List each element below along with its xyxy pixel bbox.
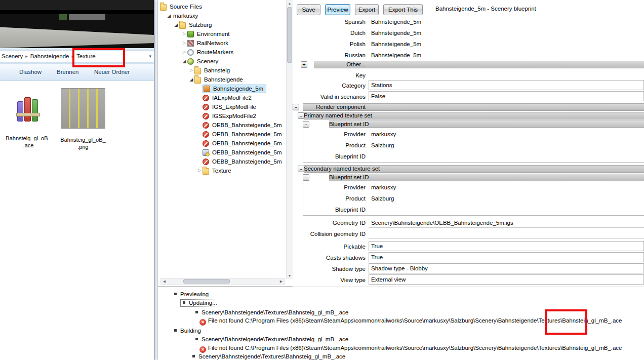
chevron-expanded-icon[interactable]: ◢ bbox=[166, 13, 172, 19]
field-value[interactable]: Bahnsteigende_5m bbox=[371, 17, 421, 27]
tree-item-bahnsteig[interactable]: ▷ Bahnsteig bbox=[158, 66, 286, 75]
field-label: Blueprint ID bbox=[293, 205, 366, 215]
breadcrumb-separator-icon: ▸ bbox=[24, 51, 29, 62]
field-label: Valid in scenarios bbox=[293, 91, 366, 102]
tree-item-scenery[interactable]: ◢ Scenery bbox=[158, 57, 286, 66]
breadcrumb-item-scenery[interactable]: Scenery bbox=[0, 51, 24, 62]
tree-item-iaexpmodfile2[interactable]: IAExpModFile2 bbox=[158, 93, 286, 102]
field-geometry-id: Geometry ID Scenery\Bahnsteigende\OEBB_B… bbox=[293, 218, 644, 228]
file-item-png[interactable]: Bahnsteig_gl_oB_ .png bbox=[57, 86, 109, 154]
tree-item-label: OEBB_Bahnsteigende_5m bbox=[211, 122, 283, 128]
other-label: Other... bbox=[314, 61, 366, 69]
file-item-ace[interactable]: Bahnsteig_gl_oB_ .ace bbox=[2, 86, 55, 154]
field-label: Provider bbox=[293, 182, 366, 192]
chevron-collapsed-icon[interactable]: ▷ bbox=[181, 49, 187, 55]
tree-item-label: RouteMarkers bbox=[196, 49, 234, 55]
tree-item-label: IGS_ExpModFile bbox=[211, 104, 257, 110]
export-button[interactable]: Export bbox=[355, 4, 379, 15]
scenery-icon bbox=[187, 58, 194, 65]
field-spanish: Spanish Bahnsteigende_5m bbox=[293, 17, 644, 27]
scrollbar-thumb[interactable] bbox=[183, 279, 230, 284]
section-header-bar: Blueprint set ID bbox=[329, 121, 644, 128]
chevron-collapsed-icon[interactable]: ▷ bbox=[188, 67, 194, 73]
shadow-type-value-box[interactable]: Shadow type - Blobby bbox=[369, 263, 644, 273]
section-render-component: - Render component bbox=[293, 103, 644, 111]
preview-button[interactable]: Preview bbox=[325, 4, 350, 15]
chevron-collapsed-icon[interactable]: ▷ bbox=[181, 40, 187, 46]
field-label: Russian bbox=[293, 50, 366, 60]
log-updating: Updating... bbox=[180, 299, 221, 307]
tree-item-routemarkers[interactable]: ▷ RouteMarkers bbox=[158, 48, 286, 57]
save-button[interactable]: Save bbox=[297, 4, 320, 15]
collapse-minus-button[interactable]: - bbox=[293, 104, 299, 110]
tree-item-oebb-3[interactable]: OEBB_Bahnsteigende_5m bbox=[158, 139, 286, 148]
field-view-type: View type External view bbox=[293, 274, 644, 285]
tree-item-oebb-5[interactable]: OEBB_Bahnsteigende_5m bbox=[158, 157, 286, 166]
blocked-icon bbox=[203, 95, 209, 101]
other-header-bar: Other... bbox=[314, 61, 644, 68]
field-collision-geometry-id: Collision geometry ID bbox=[293, 229, 644, 239]
tree-item-oebb-4[interactable]: OEBB_Bahnsteigende_5m bbox=[158, 148, 286, 157]
chevron-collapsed-icon[interactable]: ▷ bbox=[181, 31, 187, 37]
field-provider-1: Provider markusxy bbox=[293, 129, 644, 139]
tree-horizontal-scrollbar[interactable]: ◀ ▶ bbox=[160, 278, 285, 285]
field-value[interactable]: Bahnsteigende_5m bbox=[371, 39, 421, 49]
scroll-right-icon[interactable]: ▶ bbox=[278, 278, 285, 284]
scroll-down-icon[interactable]: ▼ bbox=[287, 272, 293, 279]
section-blueprint-set-id-1: - Blueprint set ID bbox=[293, 121, 644, 128]
tree-item-oebb-2[interactable]: OEBB_Bahnsteigende_5m bbox=[158, 130, 286, 139]
collapse-minus-button[interactable]: - bbox=[303, 174, 309, 181]
viewport-fragment bbox=[0, 10, 154, 14]
field-label: Category bbox=[293, 80, 366, 91]
chevron-collapsed-icon[interactable]: ▷ bbox=[196, 168, 203, 174]
section-primary-texture-set: - Primary named texture set bbox=[293, 112, 644, 119]
scroll-left-icon[interactable]: ◀ bbox=[161, 278, 168, 284]
field-value[interactable]: Scenery\Bahnsteigende\OEBB_Bahnsteigende… bbox=[371, 218, 513, 228]
expand-plus-button[interactable]: + bbox=[301, 61, 307, 68]
address-dropdown-icon[interactable]: ▾ bbox=[149, 51, 151, 62]
category-value-box[interactable]: Stations bbox=[369, 80, 644, 90]
pickable-value-box[interactable]: True bbox=[369, 241, 644, 251]
field-value[interactable]: Bahnsteigende_5m bbox=[371, 50, 421, 60]
tree-vertical-scrollbar[interactable]: ▲ ▼ bbox=[286, 0, 293, 279]
scroll-up-icon[interactable]: ▲ bbox=[287, 0, 293, 7]
toolbar-item-diashow[interactable]: Diashow bbox=[19, 69, 42, 75]
tree-item-railnetwork[interactable]: ▷ RailNetwork bbox=[158, 38, 286, 48]
tree-item-source-files[interactable]: Source Files bbox=[158, 2, 286, 11]
field-value[interactable]: Salzburg bbox=[371, 140, 394, 150]
bullet-icon bbox=[174, 293, 177, 295]
view-type-value-box[interactable]: External view bbox=[369, 274, 644, 285]
scrollbar-thumb[interactable] bbox=[287, 7, 292, 63]
tree-item-texture[interactable]: ▷ Texture bbox=[158, 166, 286, 175]
environment-icon bbox=[187, 31, 194, 37]
tree-rows: Source Files ◢ markusxy ◢ Salzburg ▷ Env… bbox=[158, 2, 286, 278]
field-label: Blueprint ID bbox=[293, 151, 366, 162]
field-underline bbox=[369, 227, 644, 228]
section-blueprint-set-id-2: - Blueprint set ID bbox=[293, 174, 644, 181]
tree-item-bahnsteigende-5m-selected[interactable]: Bahnsteigende_5m bbox=[158, 84, 286, 93]
chevron-expanded-icon[interactable]: ◢ bbox=[188, 76, 194, 83]
field-value[interactable]: Salzburg bbox=[371, 193, 394, 204]
breadcrumb-item-bahnsteigende[interactable]: Bahnsteigende bbox=[29, 51, 71, 62]
toolbar-item-neuer-ordner[interactable]: Neuer Ordner bbox=[94, 69, 130, 75]
section-header-bar: Primary named texture set bbox=[304, 112, 644, 119]
tree-item-igs-expmodfile[interactable]: IGS_ExpModFile bbox=[158, 102, 286, 111]
collapse-minus-button[interactable]: - bbox=[303, 121, 309, 128]
field-value[interactable]: Bahnsteigende_5m bbox=[371, 28, 421, 38]
chevron-expanded-icon[interactable]: ◢ bbox=[181, 58, 187, 64]
export-this-button[interactable]: Export This bbox=[383, 4, 423, 15]
tree-item-oebb-1[interactable]: OEBB_Bahnsteigende_5m bbox=[158, 121, 286, 130]
tree-item-igsexpmodfile2[interactable]: IGSExpModFile2 bbox=[158, 111, 286, 121]
field-value[interactable]: markusxy bbox=[371, 182, 396, 192]
field-pickable: Pickable True bbox=[293, 241, 644, 251]
field-value[interactable]: markusxy bbox=[371, 129, 396, 139]
valid-value-box[interactable]: False bbox=[369, 91, 644, 101]
tree-item-salzburg[interactable]: ◢ Salzburg bbox=[158, 20, 286, 29]
tree-item-bahnsteigende[interactable]: ◢ Bahnsteigende bbox=[158, 75, 286, 84]
casts-shadows-value-box[interactable]: True bbox=[369, 252, 644, 262]
tree-item-markusxy[interactable]: ◢ markusxy bbox=[158, 11, 286, 20]
field-label: Product bbox=[293, 140, 366, 150]
tree-item-environment[interactable]: ▷ Environment bbox=[158, 29, 286, 38]
toolbar-item-brennen[interactable]: Brennen bbox=[57, 69, 78, 75]
chevron-expanded-icon[interactable]: ◢ bbox=[173, 22, 179, 28]
